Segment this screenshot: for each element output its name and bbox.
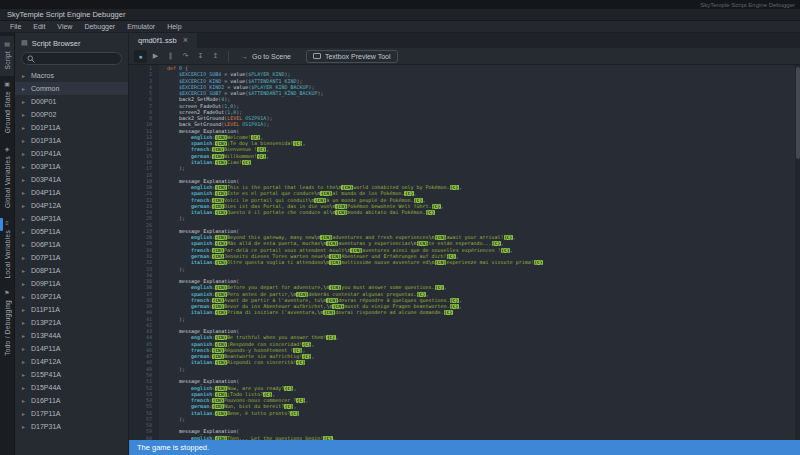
expander-icon[interactable]: ▸ — [22, 267, 28, 274]
tree-item-d01p41a[interactable]: ▸D01P41A — [15, 147, 128, 160]
tree-item-d04p31a[interactable]: ▸D04P31A — [15, 212, 128, 225]
tree-item-d17p11a[interactable]: ▸D17P11A — [15, 407, 128, 420]
tree-item-d07p11a[interactable]: ▸D07P11A — [15, 251, 128, 264]
tree-item-d01p31a[interactable]: ▸D01P31A — [15, 134, 128, 147]
code-token: OS2P01A — [245, 115, 266, 121]
halt-icon[interactable]: ● — [134, 50, 147, 63]
search-input[interactable] — [38, 55, 116, 62]
code-token — [167, 328, 179, 334]
expander-icon[interactable]: ▸ — [22, 137, 28, 144]
tree-item-d11p11a[interactable]: ▸D11P11A — [15, 303, 128, 316]
tree-item-label: D05P11A — [31, 228, 60, 235]
tree-item-d04p11a[interactable]: ▸D04P11A — [15, 186, 128, 199]
expander-icon[interactable]: ▸ — [22, 332, 28, 339]
menu-file[interactable]: File — [4, 21, 27, 32]
menu-debugger[interactable]: Debugger — [78, 21, 121, 32]
tree-item-d14p12a[interactable]: ▸D14P12A — [15, 355, 128, 368]
side-tab-local-variables[interactable]: ≡Local Variables — [0, 215, 14, 285]
expander-icon[interactable]: ▸ — [22, 280, 28, 287]
play-icon[interactable]: ▶ — [149, 50, 162, 63]
code-editor[interactable]: 1def 0 {2 $EXCERCIO_SUB4 = value($PLAYER… — [129, 65, 800, 440]
menu-edit[interactable]: Edit — [27, 21, 51, 32]
expander-icon[interactable]: ▸ — [22, 98, 28, 105]
tree-item-d08p11a[interactable]: ▸D08P11A — [15, 264, 128, 277]
expander-icon[interactable]: ▸ — [22, 72, 28, 79]
side-tab-global-variables[interactable]: ◈Global Variables — [0, 141, 14, 215]
expander-icon[interactable]: ▸ — [22, 358, 28, 365]
toolbar-divider — [228, 51, 229, 62]
tab-close-icon[interactable]: × — [183, 36, 188, 45]
tree-item-d17p31a[interactable]: ▸D17P31A — [15, 420, 128, 433]
expander-icon[interactable]: ▸ — [22, 150, 28, 157]
go-to-scene-button[interactable]: → Go to Scene — [235, 50, 297, 63]
expander-icon[interactable]: ▸ — [22, 306, 28, 313]
tree-item-d04p12a[interactable]: ▸D04P12A — [15, 199, 128, 212]
side-tab-todo-debugging[interactable]: ⚑Todo / Debugging — [0, 285, 14, 363]
pause-icon[interactable]: ∥ — [164, 50, 177, 63]
step-into-icon[interactable]: ↧ — [194, 50, 207, 63]
tree-item-d03p41a[interactable]: ▸D03P41A — [15, 173, 128, 186]
expander-icon[interactable]: ▸ — [22, 384, 28, 391]
code-token — [167, 303, 191, 309]
expander-icon[interactable]: ▸ — [22, 423, 28, 430]
expander-icon[interactable]: ▸ — [22, 163, 28, 170]
expander-icon[interactable]: ▸ — [22, 111, 28, 118]
tree-item-d10p21a[interactable]: ▸D10P21A — [15, 290, 128, 303]
menu-view[interactable]: View — [51, 21, 78, 32]
code-token: Este es el portal que conduce — [227, 190, 314, 196]
code-line[interactable]: 60 english:{CN}Then... Let the questions… — [129, 435, 795, 440]
tree-item-d01p11a[interactable]: ▸D01P11A — [15, 121, 128, 134]
tree-item-common[interactable]: ▸Common — [15, 82, 128, 95]
code-area[interactable]: 1def 0 {2 $EXCERCIO_SUB4 = value($PLAYER… — [129, 65, 795, 440]
code-token: , — [260, 134, 263, 140]
expander-icon[interactable]: ▸ — [22, 397, 28, 404]
code-token: LEVEL — [224, 121, 239, 127]
tree-item-d13p21a[interactable]: ▸D13P21A — [15, 316, 128, 329]
search-box[interactable] — [21, 52, 122, 65]
tree-item-d15p44a[interactable]: ▸D15P44A — [15, 381, 128, 394]
code-token: \n — [429, 259, 435, 265]
expander-icon[interactable]: ▸ — [22, 345, 28, 352]
expander-icon[interactable]: ▸ — [22, 254, 28, 261]
expander-icon[interactable]: ▸ — [22, 85, 28, 92]
menu-emulator[interactable]: Emulator — [121, 21, 161, 32]
expander-icon[interactable]: ▸ — [22, 410, 28, 417]
tree-item-d06p11a[interactable]: ▸D06P11A — [15, 238, 128, 251]
scrollbar-thumb[interactable] — [796, 67, 800, 159]
expander-icon[interactable]: ▸ — [22, 371, 28, 378]
tree-item-label: D13P44A — [31, 332, 61, 339]
expander-icon[interactable]: ▸ — [22, 124, 28, 131]
expander-icon[interactable]: ▸ — [22, 228, 28, 235]
code-token — [167, 90, 179, 96]
step-over-icon[interactable]: ↷ — [179, 50, 192, 63]
tree-item-d13p44a[interactable]: ▸D13P44A — [15, 329, 128, 342]
line-content: italian:{CN}Questo è il portale che cond… — [159, 209, 435, 215]
tree-item-d15p41a[interactable]: ▸D15P41A — [15, 368, 128, 381]
tree-item-d03p11a[interactable]: ▸D03P11A — [15, 160, 128, 173]
expander-icon[interactable]: ▸ — [22, 241, 28, 248]
textbox-preview-tool-button[interactable]: Textbox Preview Tool — [306, 50, 398, 63]
code-token: devras répondre à quelques questions. — [338, 297, 449, 303]
menu-help[interactable]: Help — [161, 21, 187, 32]
expander-icon[interactable]: ▸ — [22, 189, 28, 196]
step-out-icon[interactable]: ↥ — [209, 50, 222, 63]
expander-icon[interactable]: ▸ — [22, 319, 28, 326]
editor-scrollbar[interactable] — [795, 65, 800, 440]
code-token: te están esperando... — [428, 240, 491, 246]
tree-item-d09p11a[interactable]: ▸D09P11A — [15, 277, 128, 290]
expander-icon[interactable]: ▸ — [22, 293, 28, 300]
tab-qmd0f1-ssb[interactable]: qmd0f1.ssb × — [129, 33, 198, 48]
tree-item-macros[interactable]: ▸Macros — [15, 69, 128, 82]
text-tag: {C} — [447, 254, 456, 259]
tree-item-d00p01[interactable]: ▸D00P01 — [15, 95, 128, 108]
tree-item-d05p11a[interactable]: ▸D05P11A — [15, 225, 128, 238]
expander-icon[interactable]: ▸ — [22, 202, 28, 209]
expander-icon[interactable]: ▸ — [22, 176, 28, 183]
code-token — [167, 291, 191, 297]
tree-item-d00p02[interactable]: ▸D00P02 — [15, 108, 128, 121]
side-tab-script[interactable]: ▤Script — [0, 36, 14, 76]
tree-item-d16p11a[interactable]: ▸D16P11A — [15, 394, 128, 407]
expander-icon[interactable]: ▸ — [22, 215, 28, 222]
tree-item-d14p11a[interactable]: ▸D14P11A — [15, 342, 128, 355]
side-tab-ground-state[interactable]: ▣Ground State — [0, 76, 14, 140]
